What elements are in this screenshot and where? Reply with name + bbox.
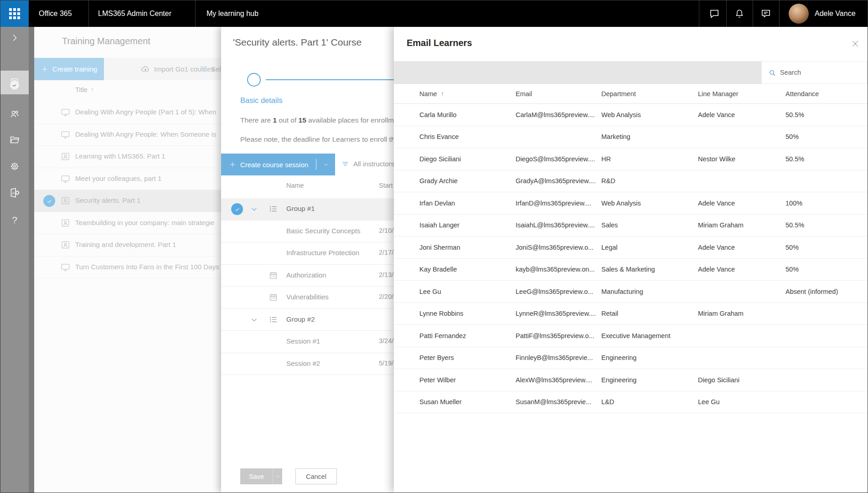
create-training-label: Create training [52, 65, 97, 73]
learner-row[interactable]: Chris Evance Marketing 50% [394, 126, 868, 149]
expand-chevron[interactable] [250, 316, 258, 326]
session-row[interactable]: Vulnerabilities 2/20/ [221, 287, 394, 309]
learner-email: FinnleyB@lms365previe... [516, 354, 601, 361]
rail-expand-button[interactable] [0, 27, 29, 49]
learner-row[interactable]: Peter Byers FinnleyB@lms365previe... Eng… [394, 347, 868, 370]
calendar-icon [269, 271, 278, 282]
session-name: Basic Security Concepts [286, 227, 361, 235]
learner-line-manager: Diego Siciliani [698, 376, 785, 384]
session-name: Vulnerabilities [286, 293, 329, 301]
session-row[interactable]: Group #2 [221, 309, 394, 331]
learner-row[interactable]: Lynne Robbins LynneR@lms365preview.... R… [394, 303, 868, 325]
chat-button[interactable] [703, 0, 726, 27]
notifications-button[interactable] [726, 0, 753, 27]
learner-email: LeeG@lms365preview.o... [516, 288, 601, 295]
svg-text:A: A [12, 191, 16, 195]
email-learners-panel: Email Learners Name Email Department Lin… [394, 27, 868, 493]
rail-item-help[interactable]: ? [0, 209, 29, 231]
feedback-button[interactable] [753, 0, 779, 27]
app-launcher-button[interactable] [0, 0, 29, 27]
learner-department: Legal [601, 244, 698, 251]
learner-name: Grady Archie [419, 177, 516, 185]
search-icon [768, 69, 776, 77]
learner-name: Carla Murillo [419, 111, 516, 118]
learner-row[interactable]: Isaiah Langer IsaiahL@lms365preview.... … [394, 215, 868, 237]
learners-table-header: Name Email Department Line Manager Atten… [394, 84, 868, 104]
session-row[interactable]: Infrastructure Protection 2/17/ [221, 242, 394, 265]
learner-row[interactable]: Carla Murillo CarlaM@lms365preview.... W… [394, 104, 868, 126]
rail-item-settings[interactable] [0, 155, 29, 177]
learner-name: Kay Bradelle [419, 266, 516, 273]
learner-row[interactable]: Diego Siciliani DiegoS@lms365preview....… [394, 148, 868, 170]
learner-line-manager: Adele Vance [698, 244, 785, 251]
session-row[interactable]: Basic Security Concepts 2/10/ [221, 221, 394, 243]
create-session-dropdown-button[interactable] [316, 154, 335, 175]
column-header-title[interactable]: Title [75, 86, 95, 93]
instructor-led-icon [60, 240, 71, 252]
session-start-date: 2/20/ [379, 293, 393, 300]
column-header-name[interactable]: Name [286, 182, 304, 189]
session-name: Session #2 [286, 359, 320, 367]
learner-row[interactable]: Kay Bradelle kayb@lms365preview.on... Sa… [394, 259, 868, 281]
column-header-department[interactable]: Department [601, 90, 698, 98]
session-row[interactable]: Authorization 2/13/ [221, 265, 394, 287]
sort-ascending-icon [90, 87, 95, 93]
create-training-button[interactable]: Create training [34, 58, 104, 80]
learner-row[interactable]: Grady Archie GradyA@lms365preview.... R&… [394, 170, 868, 193]
top-bar: Office 365 LMS365 Admin Center My learni… [0, 0, 868, 27]
column-header-email[interactable]: Email [516, 90, 601, 98]
check-icon [46, 198, 52, 204]
learner-name: Patti Fernandez [419, 332, 516, 339]
session-start-date: 5/19/ [379, 359, 393, 367]
learner-email: SusanM@lms365previe... [516, 398, 601, 406]
instructor-led-icon [60, 151, 71, 164]
search-input[interactable] [780, 62, 864, 83]
learner-row[interactable]: Joni Sherman JoniS@lms365preview.o... Le… [394, 236, 868, 259]
topbar-separator [699, 0, 699, 27]
learner-department: Web Analysis [601, 200, 698, 207]
instructors-filter[interactable]: All instructors [341, 159, 394, 168]
topbar-separator [195, 0, 196, 27]
learner-row[interactable]: Peter Wilber AlexW@lms365preview.... Eng… [394, 369, 868, 391]
close-button[interactable] [851, 40, 859, 48]
chevron-down-icon [323, 161, 329, 168]
column-header-start-date[interactable]: Start D [379, 182, 394, 189]
learner-row[interactable]: Lee Gu LeeG@lms365preview.o... Manufactu… [394, 281, 868, 303]
learner-row[interactable]: Irfan Devlan IrfanD@lms365preview.... We… [394, 192, 868, 215]
title-column-label: Title [75, 86, 88, 93]
calendar-icon [269, 293, 278, 304]
vertical-scrollbar[interactable] [29, 27, 34, 493]
learner-row[interactable]: Patti Fernandez PattiF@lms365preview.o..… [394, 325, 868, 347]
learner-email: PattiF@lms365preview.o... [516, 332, 601, 339]
rail-item-people[interactable] [0, 103, 29, 125]
cancel-button[interactable]: Cancel [295, 468, 337, 484]
course-title: 'Security alerts. Part 1' Course [233, 37, 362, 48]
column-header-line-manager[interactable]: Line Manager [698, 90, 785, 98]
learner-row[interactable]: Susan Mueller SusanM@lms365previe... L&D… [394, 391, 868, 414]
column-header-name[interactable]: Name [419, 90, 516, 98]
save-button[interactable]: Save [240, 468, 273, 484]
session-row[interactable]: Session #1 3/24/ [221, 331, 394, 353]
select-filter-button[interactable]: Sel [200, 58, 221, 80]
create-course-session-main[interactable]: Create course session [221, 154, 316, 175]
user-avatar[interactable] [789, 4, 809, 24]
session-row[interactable]: Group #1 [221, 198, 394, 221]
expand-chevron[interactable] [250, 205, 258, 215]
rail-item-content[interactable] [0, 129, 29, 151]
close-icon [851, 40, 859, 48]
learner-email: kayb@lms365preview.on... [516, 266, 601, 273]
session-start-date: 2/13/ [379, 271, 393, 278]
rail-item-admin-app[interactable]: A [0, 182, 29, 204]
session-row[interactable]: Session #2 5/19/ [221, 353, 394, 375]
save-dropdown-button[interactable] [273, 468, 282, 484]
wizard-step-circle[interactable] [247, 73, 261, 87]
rail-item-training-management[interactable] [0, 72, 29, 93]
training-title: Dealing With Angry People (Part 1 of 5):… [75, 108, 216, 116]
create-course-session-button[interactable]: Create course session [221, 154, 335, 175]
chevron-down-icon [263, 10, 269, 17]
column-header-attendance[interactable]: Attendance [785, 90, 868, 98]
elearning-monitor-icon [60, 107, 71, 119]
hub-menu-button[interactable]: My learning hub [207, 0, 269, 27]
learner-line-manager: Adele Vance [698, 111, 785, 118]
learner-line-manager: Miriam Graham [698, 221, 785, 229]
